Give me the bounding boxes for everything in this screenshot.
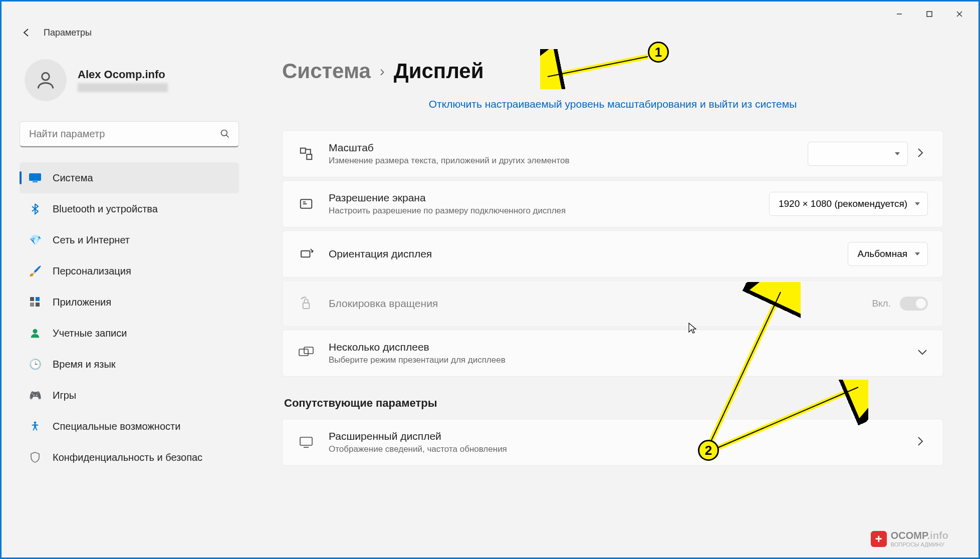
- nav-label: Игры: [53, 390, 76, 401]
- chevron-right-icon: ›: [380, 63, 385, 80]
- svg-line-6: [226, 135, 229, 138]
- breadcrumb-parent[interactable]: Система: [282, 59, 371, 83]
- card-subtitle: Отображение сведений, частота обновления: [329, 444, 903, 454]
- svg-rect-18: [301, 251, 310, 257]
- back-button[interactable]: [21, 27, 33, 39]
- watermark-tld: .info: [927, 530, 948, 541]
- breadcrumb-current: Дисплей: [394, 59, 484, 83]
- shield-icon: [29, 451, 42, 464]
- rotation-lock-toggle: [900, 297, 928, 311]
- svg-rect-15: [301, 148, 306, 153]
- accessibility-icon: [29, 420, 42, 433]
- brush-icon: 🖌️: [29, 264, 42, 277]
- app-title: Параметры: [44, 28, 92, 38]
- watermark-plus-icon: +: [871, 531, 887, 547]
- network-icon: 💎: [29, 233, 42, 246]
- search-box[interactable]: [20, 121, 239, 147]
- nav-item-accounts[interactable]: Учетные записи: [20, 318, 239, 349]
- card-title: Ориентация дисплея: [329, 248, 834, 260]
- chevron-right-icon[interactable]: [917, 436, 928, 449]
- breadcrumb: Система › Дисплей: [282, 59, 943, 83]
- profile-section[interactable]: Alex Ocomp.info: [25, 59, 239, 101]
- advanced-display-card[interactable]: Расширенный дисплей Отображение сведений…: [282, 419, 943, 466]
- minimize-button[interactable]: [884, 4, 914, 24]
- card-title: Блокировка вращения: [329, 298, 858, 310]
- watermark: + OCOMP.info ВОПРОСЫ АДМИНУ: [871, 530, 948, 547]
- orientation-card[interactable]: Ориентация дисплея Альбомная: [282, 230, 943, 277]
- search-input[interactable]: [20, 121, 239, 147]
- multi-display-card[interactable]: Несколько дисплеев Выберите режим презен…: [282, 330, 943, 377]
- person-icon: [29, 327, 42, 340]
- lock-icon: [298, 296, 315, 311]
- card-title: Масштаб: [329, 142, 794, 154]
- watermark-brand: OCOMP: [891, 530, 927, 541]
- svg-point-5: [221, 130, 227, 136]
- svg-rect-10: [36, 297, 40, 301]
- rotation-lock-card: Блокировка вращения Вкл.: [282, 281, 943, 327]
- nav-item-time-language[interactable]: 🕒 Время и язык: [20, 349, 239, 380]
- annotation-badge-2: 2: [698, 440, 719, 461]
- search-icon: [220, 129, 230, 141]
- related-settings-header: Сопутствующие параметры: [284, 397, 943, 410]
- svg-rect-1: [927, 12, 932, 17]
- svg-rect-9: [30, 297, 34, 301]
- maximize-button[interactable]: [914, 4, 944, 24]
- nav-list: Система Bluetooth и устройства 💎 Сеть и …: [20, 162, 239, 473]
- sidebar: Alex Ocomp.info Система Bluetooth и устр…: [2, 27, 257, 557]
- scale-dropdown[interactable]: [808, 142, 908, 166]
- system-icon: [29, 171, 42, 184]
- disable-custom-scaling-link[interactable]: Отключить настраиваемый уровень масштаби…: [282, 98, 943, 110]
- nav-label: Bluetooth и устройства: [53, 203, 158, 215]
- bluetooth-icon: [29, 202, 42, 215]
- card-title: Разрешение экрана: [329, 192, 755, 204]
- apps-icon: [29, 296, 42, 309]
- nav-label: Сеть и Интернет: [53, 234, 130, 246]
- nav-label: Время и язык: [53, 359, 116, 370]
- nav-label: Приложения: [53, 297, 111, 308]
- card-title: Расширенный дисплей: [329, 430, 903, 442]
- nav-label: Учетные записи: [53, 328, 127, 339]
- svg-rect-11: [30, 303, 34, 307]
- nav-item-network[interactable]: 💎 Сеть и Интернет: [20, 224, 239, 255]
- nav-label: Система: [53, 172, 93, 184]
- svg-rect-20: [299, 349, 308, 356]
- orientation-dropdown[interactable]: Альбомная: [848, 242, 928, 266]
- svg-point-4: [42, 73, 50, 80]
- multi-display-icon: [298, 346, 315, 360]
- close-button[interactable]: [944, 4, 974, 24]
- cursor-icon: [688, 322, 697, 337]
- gamepad-icon: 🎮: [29, 389, 42, 402]
- scale-card[interactable]: Масштаб Изменение размера текста, прилож…: [282, 130, 943, 177]
- nav-item-apps[interactable]: Приложения: [20, 287, 239, 318]
- svg-rect-7: [29, 173, 41, 181]
- card-title: Несколько дисплеев: [329, 341, 903, 353]
- nav-label: Специальные возможности: [53, 421, 180, 432]
- resolution-icon: [298, 196, 315, 211]
- nav-item-system[interactable]: Система: [20, 162, 239, 193]
- profile-email-blurred: [78, 83, 168, 92]
- svg-rect-16: [307, 154, 312, 159]
- nav-item-bluetooth[interactable]: Bluetooth и устройства: [20, 193, 239, 224]
- globe-icon: 🕒: [29, 358, 42, 371]
- svg-rect-22: [300, 437, 312, 445]
- nav-item-accessibility[interactable]: Специальные возможности: [20, 411, 239, 442]
- main-content: Система › Дисплей Отключить настраиваемы…: [257, 27, 978, 557]
- svg-rect-19: [303, 303, 310, 309]
- nav-item-personalization[interactable]: 🖌️ Персонализация: [20, 255, 239, 287]
- resolution-card[interactable]: Разрешение экрана Настроить разрешение п…: [282, 180, 943, 227]
- annotation-badge-1: 1: [648, 42, 669, 63]
- card-subtitle: Выберите режим презентации для дисплеев: [329, 355, 903, 365]
- resolution-dropdown[interactable]: 1920 × 1080 (рекомендуется): [769, 192, 928, 216]
- card-subtitle: Изменение размера текста, приложений и д…: [329, 156, 794, 166]
- svg-point-13: [33, 329, 37, 334]
- svg-point-14: [34, 421, 37, 424]
- titlebar: [2, 2, 978, 27]
- svg-rect-8: [33, 181, 38, 182]
- profile-name: Alex Ocomp.info: [78, 68, 168, 81]
- chevron-down-icon[interactable]: [917, 349, 928, 358]
- chevron-right-icon[interactable]: [917, 147, 928, 160]
- nav-label: Конфиденциальность и безопас: [53, 452, 202, 463]
- monitor-icon: [298, 436, 315, 449]
- nav-item-gaming[interactable]: 🎮 Игры: [20, 380, 239, 411]
- nav-item-privacy[interactable]: Конфиденциальность и безопас: [20, 442, 239, 473]
